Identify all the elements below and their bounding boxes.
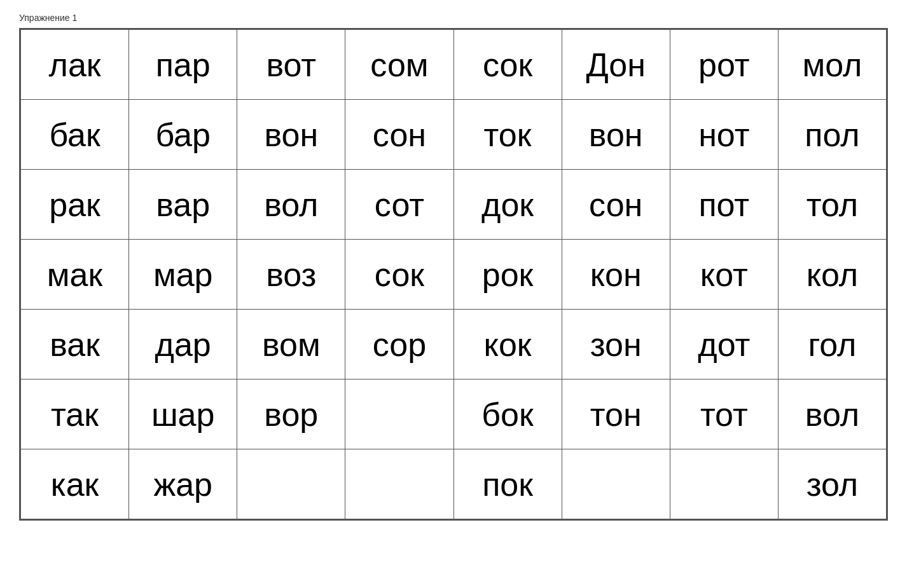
table-cell: лак [21, 30, 129, 100]
table-cell: сор [345, 310, 454, 379]
table-cell: рак [21, 170, 129, 240]
table-cell: шар [129, 379, 237, 449]
table-cell: вак [21, 310, 129, 379]
table-cell: вол [778, 379, 886, 449]
table-cell [237, 449, 345, 519]
table-row: бакбарвонсонтоквоннотпол [21, 100, 887, 170]
table-cell: воз [237, 240, 345, 310]
page-title: Упражнение 1 [19, 13, 888, 23]
table-cell: ток [454, 100, 562, 170]
table-cell [670, 449, 778, 519]
table-cell: вол [237, 170, 345, 240]
table-cell: зон [562, 310, 670, 379]
table-cell: пок [454, 449, 562, 519]
table-cell: бок [454, 379, 562, 449]
table-cell: мар [129, 240, 237, 310]
table-cell: кол [778, 240, 886, 310]
table-row: ракварволсотдоксонпоттол [21, 170, 887, 240]
table-cell: вор [237, 379, 345, 449]
table-cell [562, 449, 670, 519]
table-cell: тот [670, 379, 778, 449]
table-cell: Дон [562, 30, 670, 100]
table-cell: пол [778, 100, 886, 170]
table-cell: зол [778, 449, 886, 519]
table-cell [345, 379, 454, 449]
table-cell: кон [562, 240, 670, 310]
table-row: какжарпокзол [21, 449, 887, 519]
table-cell: сон [345, 100, 454, 170]
table-cell: вот [237, 30, 345, 100]
table-cell: пар [129, 30, 237, 100]
table-cell: как [21, 449, 129, 519]
table-cell: док [454, 170, 562, 240]
table-cell: сок [345, 240, 454, 310]
table-cell: вом [237, 310, 345, 379]
table-cell: тол [778, 170, 886, 240]
table-cell: сом [345, 30, 454, 100]
table-row: макмарвозсокрокконкоткол [21, 240, 887, 310]
table-cell: дар [129, 310, 237, 379]
table-cell: рот [670, 30, 778, 100]
word-table-container: лакпарвотсомсокДонротмолбакбарвонсонтокв… [19, 28, 888, 521]
table-cell [345, 449, 454, 519]
table-cell: вар [129, 170, 237, 240]
table-cell: вон [562, 100, 670, 170]
word-table: лакпарвотсомсокДонротмолбакбарвонсонтокв… [20, 29, 887, 519]
table-cell: дот [670, 310, 778, 379]
table-cell: гол [778, 310, 886, 379]
table-cell: сок [454, 30, 562, 100]
table-cell: кок [454, 310, 562, 379]
table-cell: нот [670, 100, 778, 170]
table-cell: мол [778, 30, 886, 100]
table-cell: так [21, 379, 129, 449]
table-cell: кот [670, 240, 778, 310]
table-row: такшарворбоктонтотвол [21, 379, 887, 449]
table-cell: мак [21, 240, 129, 310]
table-cell: рок [454, 240, 562, 310]
table-cell: сот [345, 170, 454, 240]
table-cell: пот [670, 170, 778, 240]
table-cell: сон [562, 170, 670, 240]
table-row: лакпарвотсомсокДонротмол [21, 30, 887, 100]
table-row: вакдарвомсоркокзондотгол [21, 310, 887, 379]
table-cell: бар [129, 100, 237, 170]
table-cell: тон [562, 379, 670, 449]
table-cell: жар [129, 449, 237, 519]
table-cell: вон [237, 100, 345, 170]
table-cell: бак [21, 100, 129, 170]
